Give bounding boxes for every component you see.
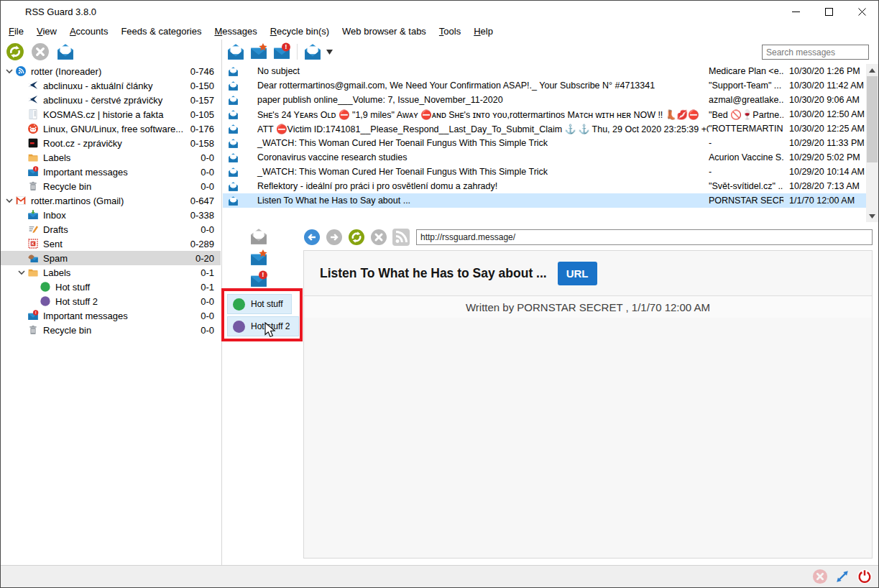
scrollbar-thumb[interactable] [867, 76, 878, 162]
feed-tree-item[interactable]: Inbox0-338 [1, 208, 221, 222]
menu-file[interactable]: File [2, 24, 30, 39]
back-button[interactable] [303, 229, 321, 246]
label-chip[interactable]: Hot stuff 2 [227, 316, 299, 336]
message-subject: ATT ⛔Victim ID:1741081__Please_Respond__… [239, 124, 709, 134]
message-subject: Reflektory - ideální pro práci i pro osv… [239, 181, 709, 191]
message-list-scrollbar[interactable] [866, 64, 878, 222]
feed-tree-item[interactable]: abclinuxu - aktuální články0-150 [1, 78, 221, 93]
feed-tree-item[interactable]: KSent0-289 [1, 236, 221, 251]
message-row[interactable]: _WATCH: This Woman Cured Her Toenail Fun… [223, 165, 866, 179]
feed-unread-count: 0-746 [190, 66, 221, 77]
feed-tree-item[interactable]: KOSMAS.cz | historie a fakta0-105 [1, 107, 221, 121]
stop-button[interactable] [370, 229, 387, 246]
chevron-down-icon[interactable] [4, 195, 15, 206]
open-url-button[interactable]: URL [558, 262, 597, 285]
menu-messages[interactable]: Messages [208, 24, 263, 39]
feed-unread-count: 0-1 [201, 267, 221, 278]
tree-indent [16, 137, 27, 149]
message-row[interactable]: paper publish online___Volume: 7, Issue_… [223, 93, 866, 107]
message-row[interactable]: Sʜᴇ's 24 Yᴇᴀʀs Oʟᴅ ⛔ "1,9 miles" Aᴡᴀʏ ⛔ᴀ… [223, 107, 866, 121]
feed-tree-item[interactable]: Root.cz - zprávičky0-158 [1, 136, 221, 150]
menu-tools[interactable]: Tools [433, 24, 467, 39]
mark-message-unread-button[interactable]: ! [272, 42, 291, 61]
url-bar[interactable] [416, 229, 873, 245]
message-menu-button[interactable] [303, 42, 322, 61]
menu-recycle-bin-s-[interactable]: Recycle bin(s) [264, 24, 336, 39]
mark-message-important-button[interactable] [249, 42, 268, 61]
tree-indent [16, 238, 27, 249]
scroll-down-icon[interactable] [866, 210, 878, 222]
feed-tree-item[interactable]: Recycle bin0-0 [1, 179, 221, 193]
dropdown-arrow-icon[interactable] [326, 50, 333, 55]
message-row[interactable]: Coronavirus vaccine research studiesAcur… [223, 150, 866, 165]
stop-update-button[interactable] [31, 42, 50, 61]
message-author: PORNSTAR SECR... [709, 196, 783, 206]
feed-tree-item[interactable]: Linux, GNU/Linux, free software...0-176 [1, 121, 221, 136]
feed-tree-item[interactable]: abclinuxu - čerstvé zprávičky0-157 [1, 93, 221, 107]
message-row[interactable]: Listen To What he Has to Say about ...PO… [223, 193, 866, 208]
feed-label: Labels [43, 152, 201, 163]
mark-feed-read-button[interactable] [56, 42, 75, 61]
feed-unread-count: 0-0 [201, 224, 221, 235]
svg-text:!: ! [35, 167, 37, 171]
scroll-up-icon[interactable] [866, 64, 878, 76]
message-row[interactable]: Dear rottermartinos@gmail.com, We Need Y… [223, 78, 866, 93]
minimize-button[interactable] [779, 1, 812, 22]
close-button[interactable] [845, 1, 878, 22]
message-subject: paper publish online___Volume: 7, Issue_… [239, 95, 709, 105]
feed-label: abclinuxu - aktuální články [43, 81, 190, 91]
feed-label: Hot stuff 2 [55, 296, 201, 307]
feed-tree-item[interactable]: Labels0-0 [1, 150, 221, 165]
message-date: 10/29/20 10:14 AM [783, 167, 866, 177]
update-all-feeds-button[interactable] [6, 42, 24, 61]
fullscreen-icon[interactable] [834, 569, 850, 584]
menu-help[interactable]: Help [467, 24, 500, 39]
message-preview: Listen To What he Has to Say about ... U… [303, 226, 873, 559]
feed-label: Linux, GNU/Linux, free software... [43, 124, 190, 134]
chevron-down-icon[interactable] [16, 267, 27, 278]
forward-button[interactable] [326, 229, 343, 246]
menu-feeds-categories[interactable]: Feeds & categories [114, 24, 208, 39]
message-row[interactable]: _WATCH: This Woman Cured Her Toenail Fun… [223, 136, 866, 150]
menu-web-browser-tabs[interactable]: Web browser & tabs [336, 24, 433, 39]
unread-envelope-icon [228, 138, 239, 149]
viewer-mark-important-button[interactable] [249, 249, 268, 267]
svg-text:!: ! [35, 311, 37, 315]
menu-view[interactable]: View [30, 24, 63, 39]
feed-unread-count: 0-0 [201, 167, 221, 178]
menu-accounts[interactable]: Accounts [63, 24, 114, 39]
reload-button[interactable] [348, 229, 365, 246]
message-row[interactable]: No subjectMedicare Plan <e...10/30/20 1:… [223, 64, 866, 78]
feed-tree-item[interactable]: Hot stuff0-1 [1, 280, 221, 294]
chevron-down-icon[interactable] [4, 65, 15, 77]
feed-label: Sent [43, 239, 190, 249]
feed-tree-item[interactable]: Hot stuff 20-0 [1, 294, 221, 308]
page-icon [27, 109, 39, 120]
feed-label: KOSMAS.cz | historie a fakta [43, 109, 190, 120]
message-row[interactable]: Reflektory - ideální pro práci i pro osv… [223, 179, 866, 193]
viewer-mark-unread-button[interactable]: ! [249, 270, 268, 289]
message-author: "ROTTERMARTIN... [709, 124, 783, 134]
label-chip[interactable]: Hot stuff [227, 294, 292, 314]
feed-tree-item[interactable]: rotter.martinos (Gmail)0-647 [1, 193, 221, 208]
feed-tree-item[interactable]: Drafts0-0 [1, 222, 221, 236]
power-quit-icon[interactable] [857, 569, 873, 584]
mark-message-read-button[interactable] [226, 42, 245, 61]
viewer-mark-read-button[interactable] [249, 227, 268, 246]
feed-tree-item[interactable]: Labels0-1 [1, 265, 221, 280]
message-date: 10/29/20 5:02 PM [783, 152, 866, 162]
feed-tree-item[interactable]: !Important messages0-0 [1, 308, 221, 323]
feed-tree-item[interactable]: Spam0-20 [1, 251, 221, 265]
feed-label: Recycle bin [43, 181, 201, 192]
window-title: RSS Guard 3.8.0 [25, 6, 96, 17]
feed-tree-item[interactable]: Recycle bin0-0 [1, 323, 221, 337]
message-viewer-toolbar: ! Hot stuffHot stuff 2 [223, 225, 303, 565]
message-row[interactable]: ATT ⛔Victim ID:1741081__Please_Respond__… [223, 121, 866, 136]
svg-text:K: K [32, 242, 34, 246]
feed-tree-item[interactable]: rotter (Inoreader)0-746 [1, 64, 221, 78]
feed-tree-item[interactable]: !Important messages0-0 [1, 165, 221, 179]
feed-tree: rotter (Inoreader)0-746abclinuxu - aktuá… [1, 64, 221, 565]
search-messages-input[interactable] [762, 45, 869, 60]
unread-envelope-icon [228, 95, 239, 106]
maximize-button[interactable] [812, 1, 845, 22]
